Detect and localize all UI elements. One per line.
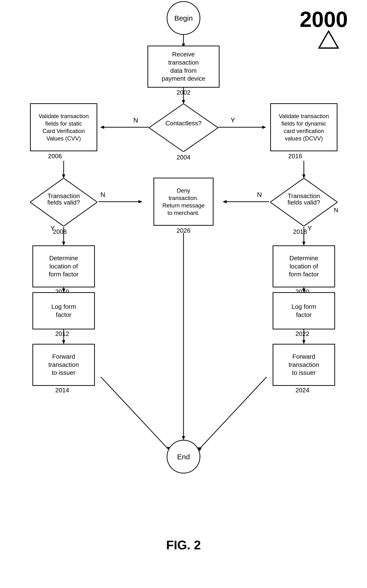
node-2004: Contactless? [149, 104, 218, 152]
diagram-number: 2000 [300, 7, 348, 32]
node-2024-label: Forward transaction to issuer [288, 353, 319, 377]
arrow-icon [317, 29, 341, 55]
label-2016: 2016 [288, 153, 302, 160]
label-2018: 2018 [293, 228, 307, 236]
svg-marker-1 [319, 31, 338, 48]
node-2006-label: Validate transaction fields for static C… [38, 112, 89, 142]
svg-marker-10 [100, 126, 104, 129]
svg-text:fields valid?: fields valid? [287, 199, 320, 206]
svg-marker-22 [62, 242, 65, 245]
node-2016: Validate transaction fields for dynamic … [270, 103, 337, 151]
svg-line-35 [101, 377, 168, 449]
svg-marker-12 [262, 126, 266, 129]
svg-marker-45 [149, 104, 218, 152]
svg-text:N: N [100, 191, 105, 198]
svg-marker-20 [223, 200, 226, 203]
label-2026: 2026 [176, 227, 191, 234]
node-2002-label: Receive transaction data from payment de… [162, 50, 205, 83]
figure-label: FIG. 2 [0, 528, 367, 559]
svg-text:fields valid?: fields valid? [47, 199, 80, 206]
label-2012: 2012 [55, 330, 69, 338]
label-2014: 2014 [55, 387, 69, 394]
node-2026: Deny transaction. Return message to merc… [153, 178, 214, 226]
node-2002: Receive transaction data from payment de… [148, 46, 219, 88]
label-2004: 2004 [176, 154, 191, 161]
label-2024: 2024 [295, 387, 309, 394]
label-2008: 2008 [53, 228, 67, 236]
svg-marker-24 [302, 242, 305, 245]
svg-marker-8 [182, 100, 185, 104]
node-2014: Forward transaction to issuer [33, 344, 95, 386]
node-2014-label: Forward transaction to issuer [48, 353, 79, 377]
svg-marker-34 [302, 340, 305, 344]
node-2026-label: Deny transaction. Return message to merc… [162, 187, 205, 217]
label-2022: 2022 [295, 330, 309, 338]
svg-marker-18 [139, 200, 142, 203]
node-2024: Forward transaction to issuer [273, 344, 335, 386]
label-2002: 2002 [176, 89, 191, 96]
svg-text:Contactless?: Contactless? [166, 120, 201, 127]
svg-marker-26 [182, 436, 185, 440]
label-2018-n: N [334, 206, 338, 214]
end-label: End [177, 452, 190, 461]
node-2022-label: Log form factor [292, 303, 316, 319]
node-2022: Log form factor [273, 292, 335, 329]
node-2012: Log form factor [33, 292, 95, 329]
node-2018: Transaction fields valid? [270, 178, 337, 226]
svg-text:Y: Y [231, 116, 235, 124]
flowchart-diagram: 2000 [0, 0, 367, 528]
node-2020-label: Determine location of form factor [289, 254, 319, 278]
svg-marker-16 [302, 175, 305, 178]
end-node: End [167, 440, 200, 474]
svg-line-37 [199, 377, 267, 449]
node-2006: Validate transaction fields for static C… [30, 103, 97, 151]
begin-node: Begin [167, 1, 200, 35]
svg-text:N: N [257, 191, 262, 198]
node-2010: Determine location of form factor [33, 245, 95, 287]
svg-marker-14 [62, 175, 65, 178]
label-2006: 2006 [48, 153, 62, 160]
node-2008: Transaction fields valid? [30, 178, 97, 226]
node-2010-label: Determine location of form factor [49, 254, 79, 278]
node-2012-label: Log form factor [51, 303, 76, 319]
node-2016-label: Validate transaction fields for dynamic … [279, 112, 329, 142]
svg-text:Transaction: Transaction [48, 192, 80, 200]
svg-marker-32 [62, 340, 65, 344]
node-2020: Determine location of form factor [273, 245, 335, 287]
svg-text:Transaction: Transaction [288, 192, 320, 200]
begin-label: Begin [174, 13, 193, 23]
svg-text:N: N [133, 116, 138, 124]
